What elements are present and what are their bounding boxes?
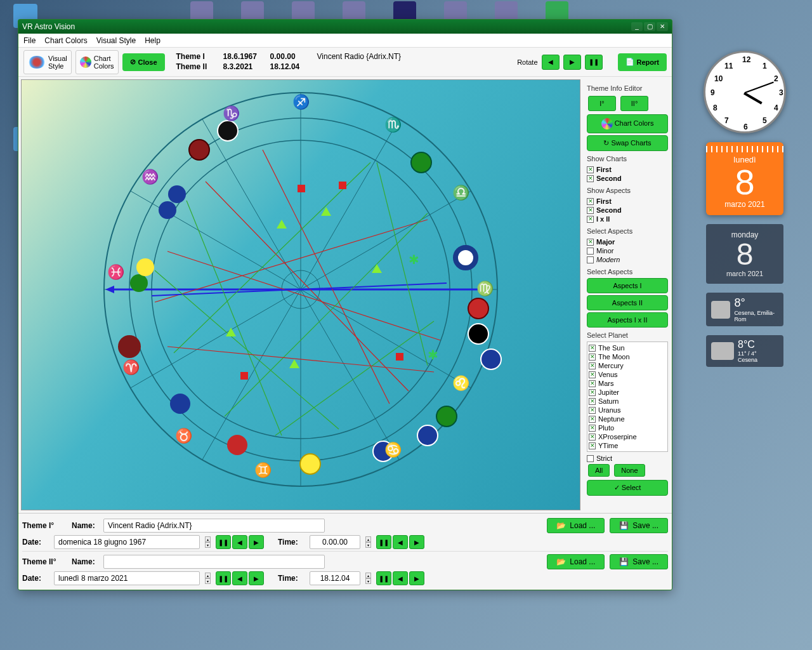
menu-chart-colors[interactable]: Chart Colors	[44, 36, 87, 45]
modern-checkbox[interactable]: Modern	[587, 255, 668, 264]
aspects-second-checkbox[interactable]: Second	[587, 206, 668, 215]
d2-prev[interactable]: ◀	[232, 571, 247, 585]
load-theme1-button[interactable]: 📂 Load ...	[547, 518, 605, 533]
theme-1-tab[interactable]: I°	[588, 96, 616, 111]
planet-checkbox[interactable]: The Moon	[589, 352, 666, 361]
t1-up[interactable]: ▴	[365, 536, 371, 542]
t2-prev[interactable]: ◀	[393, 571, 408, 585]
minor-checkbox[interactable]: Minor	[587, 246, 668, 255]
svg-point-50	[136, 258, 154, 276]
d1-pause[interactable]: ❚❚	[216, 535, 231, 549]
planet-checkbox[interactable]: Venus	[589, 370, 666, 379]
t1-pause[interactable]: ❚❚	[376, 535, 391, 549]
d2-next[interactable]: ▶	[249, 571, 264, 585]
aspects-first-checkbox[interactable]: First	[587, 197, 668, 206]
svg-text:♌: ♌	[452, 375, 470, 392]
t2-down[interactable]: ▾	[365, 578, 371, 584]
weather-widget-2[interactable]: 8°C11° / 4°Cesena	[706, 335, 783, 367]
d1-prev[interactable]: ◀	[232, 535, 247, 549]
chart-canvas[interactable]: ✱ ✱	[21, 79, 580, 510]
menu-file[interactable]: File	[23, 36, 36, 45]
theme-2-tab[interactable]: II°	[620, 96, 648, 111]
svg-point-39	[455, 248, 476, 268]
chart-colors-side-button[interactable]: Chart Colors	[587, 114, 668, 133]
date2-up[interactable]: ▴	[205, 573, 211, 578]
titlebar[interactable]: VR Astro Vision _ ▢ ✕	[18, 20, 672, 34]
svg-point-42	[481, 349, 501, 369]
t1-down[interactable]: ▾	[365, 542, 371, 548]
calendar-widget-en[interactable]: monday 8 march 2021	[706, 224, 783, 284]
aspects-2-button[interactable]: Aspects II	[587, 295, 668, 310]
menu-visual-style[interactable]: Visual Style	[96, 36, 136, 45]
t2-next[interactable]: ▶	[409, 571, 424, 585]
t2-pause[interactable]: ❚❚	[376, 571, 391, 585]
planet-checkbox[interactable]: The Sun	[589, 343, 666, 352]
all-button[interactable]: All	[588, 464, 610, 477]
show-second-checkbox[interactable]: Second	[587, 174, 668, 183]
planet-checkbox[interactable]: Mars	[589, 379, 666, 388]
color-wheel-icon	[80, 56, 91, 68]
planet-checkbox[interactable]: Pluto	[589, 423, 666, 432]
planet-checkbox[interactable]: XProserpine	[589, 432, 666, 441]
minimize-button[interactable]: _	[631, 22, 643, 31]
time-label: Time:	[278, 538, 304, 547]
weather-widget-1[interactable]: 8°Cesena, Emilia-Rom	[706, 293, 783, 326]
rotate-pause-button[interactable]: ❚❚	[585, 55, 603, 70]
planet-checkbox[interactable]: YTime	[589, 441, 666, 450]
svg-point-52	[168, 185, 186, 203]
show-first-checkbox[interactable]: First	[587, 165, 668, 174]
theme1-name-input[interactable]	[103, 519, 325, 533]
planet-checkbox[interactable]: Neptune	[589, 415, 666, 423]
t2-up[interactable]: ▴	[365, 573, 371, 578]
theme1-time-input[interactable]	[310, 535, 360, 549]
menu-help[interactable]: Help	[145, 36, 160, 45]
astro-chart-svg: ✱ ✱	[22, 80, 580, 499]
svg-text:✱: ✱	[428, 348, 438, 362]
rotate-prev-button[interactable]: ◀	[542, 55, 560, 70]
app-title: VR Astro Vision	[22, 22, 75, 31]
maximize-button[interactable]: ▢	[644, 22, 655, 31]
svg-rect-27	[396, 353, 403, 361]
visual-style-button[interactable]: Visual Style	[23, 50, 72, 74]
date2-down[interactable]: ▾	[205, 578, 211, 584]
date1-down[interactable]: ▾	[205, 542, 211, 548]
prohibit-icon: ⊘	[130, 58, 136, 66]
rotate-next-button[interactable]: ▶	[563, 55, 581, 70]
planet-list: The SunThe MoonMercuryVenusMarsJupiterSa…	[587, 342, 668, 452]
menubar: File Chart Colors Visual Style Help	[18, 34, 672, 48]
analog-clock-widget[interactable]: 12 3 6 9 12 45 78 1011	[704, 51, 786, 133]
load-theme2-button[interactable]: 📂 Load ...	[547, 554, 605, 569]
major-checkbox[interactable]: Major	[587, 237, 668, 246]
aspects-cross-checkbox[interactable]: I x II	[587, 215, 668, 223]
close-window-button[interactable]: ✕	[657, 22, 668, 31]
theme2-time-input[interactable]	[310, 571, 360, 585]
aspects-1-button[interactable]: Aspects I	[587, 278, 668, 293]
report-button[interactable]: 📄 Report	[618, 53, 667, 71]
planet-checkbox[interactable]: Saturn	[589, 397, 666, 406]
planet-checkbox[interactable]: Uranus	[589, 406, 666, 415]
select-button[interactable]: ✓ Select	[587, 480, 668, 496]
t1-prev[interactable]: ◀	[393, 535, 408, 549]
date1-up[interactable]: ▴	[205, 536, 211, 542]
planet-checkbox[interactable]: Jupiter	[589, 388, 666, 397]
t1-next[interactable]: ▶	[409, 535, 424, 549]
swap-charts-button[interactable]: ↻ Swap Charts	[587, 135, 668, 151]
d1-next[interactable]: ▶	[249, 535, 264, 549]
none-button[interactable]: None	[614, 464, 645, 477]
theme1-date-input[interactable]	[54, 535, 200, 549]
theme2-date-input[interactable]	[54, 571, 200, 585]
calendar-widget-it[interactable]: lunedì 8 marzo 2021	[706, 142, 783, 215]
save-theme1-button[interactable]: 💾 Save ...	[610, 518, 668, 533]
svg-text:♍: ♍	[476, 280, 494, 297]
show-charts-header: Show Charts	[587, 155, 668, 162]
close-button[interactable]: ⊘Close	[122, 53, 165, 71]
d2-pause[interactable]: ❚❚	[216, 571, 231, 585]
save-theme2-button[interactable]: 💾 Save ...	[610, 554, 668, 569]
chart-colors-button[interactable]: Chart Colors	[75, 50, 119, 74]
toolbar: Visual Style Chart Colors ⊘Close Theme I…	[18, 48, 672, 77]
desktop-widgets: 12 3 6 9 12 45 78 1011 lunedì 8 marzo 20…	[688, 51, 802, 367]
theme2-name-input[interactable]	[103, 555, 325, 569]
strict-checkbox[interactable]: Strict	[587, 454, 668, 463]
planet-checkbox[interactable]: Mercury	[589, 361, 666, 370]
aspects-cross-button[interactable]: Aspects I x II	[587, 312, 668, 328]
